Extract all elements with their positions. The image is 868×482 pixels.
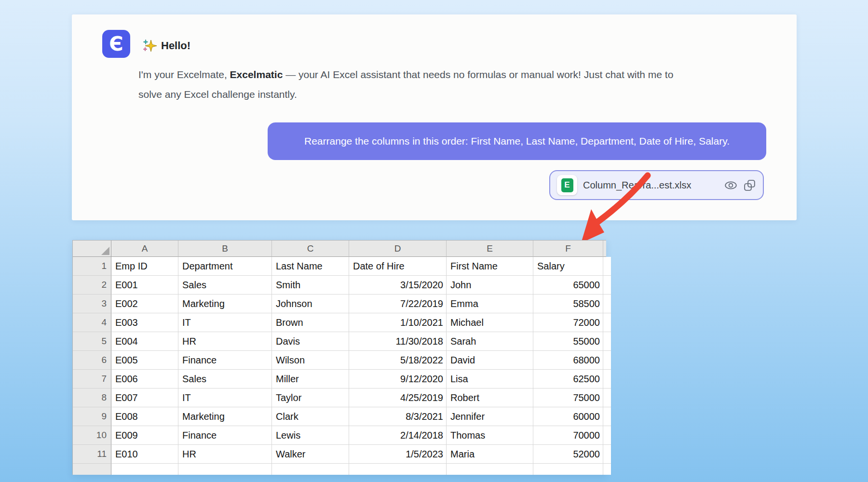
data-cell[interactable]: 68000 xyxy=(533,351,603,370)
data-cell[interactable]: Davis xyxy=(272,332,349,351)
intro-line2: solve any Excel challenge instantly. xyxy=(138,89,297,100)
data-cell[interactable]: Lisa xyxy=(447,370,533,388)
attachment-filename: Column_Rearra...est.xlsx xyxy=(583,180,719,191)
column-header-B[interactable]: B xyxy=(178,241,272,257)
preview-eye-icon[interactable] xyxy=(724,179,737,192)
header-cell[interactable]: Emp ID xyxy=(111,257,178,276)
data-cell[interactable]: E001 xyxy=(111,276,178,295)
data-cell[interactable]: 5/18/2022 xyxy=(349,351,447,370)
row-header[interactable]: 11 xyxy=(73,445,111,464)
data-cell[interactable]: Taylor xyxy=(272,388,349,407)
column-header-D[interactable]: D xyxy=(349,241,447,257)
data-cell[interactable]: Marketing xyxy=(178,295,272,313)
data-cell[interactable]: Wilson xyxy=(272,351,349,370)
data-cell[interactable]: Emma xyxy=(447,295,533,313)
spill-cell xyxy=(603,407,611,426)
header-cell[interactable]: Date of Hire xyxy=(349,257,447,276)
data-cell[interactable]: 3/15/2020 xyxy=(349,276,447,295)
data-cell[interactable]: 58500 xyxy=(533,295,603,313)
data-cell[interactable]: E003 xyxy=(111,313,178,332)
data-cell[interactable]: E007 xyxy=(111,388,178,407)
data-cell[interactable]: Finance xyxy=(178,351,272,370)
column-header-E[interactable]: E xyxy=(447,241,533,257)
data-cell[interactable] xyxy=(349,464,447,475)
header-cell[interactable]: First Name xyxy=(447,257,533,276)
data-cell[interactable]: 65000 xyxy=(533,276,603,295)
data-cell[interactable]: HR xyxy=(178,445,272,464)
data-cell[interactable] xyxy=(272,464,349,475)
row-header[interactable]: 6 xyxy=(73,351,111,370)
column-header-F[interactable]: F xyxy=(533,241,603,257)
header-cell[interactable]: Last Name xyxy=(272,257,349,276)
data-cell[interactable]: 1/10/2021 xyxy=(349,313,447,332)
data-cell[interactable]: Maria xyxy=(447,445,533,464)
data-cell[interactable]: 8/3/2021 xyxy=(349,407,447,426)
data-cell[interactable]: E010 xyxy=(111,445,178,464)
header-cell[interactable]: Department xyxy=(178,257,272,276)
row-header[interactable]: 7 xyxy=(73,370,111,388)
data-cell[interactable]: Miller xyxy=(272,370,349,388)
copy-icon[interactable] xyxy=(743,179,756,192)
data-cell[interactable]: Walker xyxy=(272,445,349,464)
data-cell[interactable] xyxy=(178,464,272,475)
data-cell[interactable]: 4/25/2019 xyxy=(349,388,447,407)
data-cell[interactable]: 1/5/2023 xyxy=(349,445,447,464)
attachment-chip[interactable]: E Column_Rearra...est.xlsx xyxy=(549,170,764,200)
data-cell[interactable]: 52000 xyxy=(533,445,603,464)
spreadsheet: ABCDEF1Emp IDDepartmentLast NameDate of … xyxy=(72,240,606,475)
data-cell[interactable]: E002 xyxy=(111,295,178,313)
data-cell[interactable]: Thomas xyxy=(447,426,533,445)
data-cell[interactable]: Michael xyxy=(447,313,533,332)
data-cell[interactable]: IT xyxy=(178,388,272,407)
data-cell[interactable]: 62500 xyxy=(533,370,603,388)
row-header[interactable]: 4 xyxy=(73,313,111,332)
data-cell[interactable]: E006 xyxy=(111,370,178,388)
data-cell[interactable]: Marketing xyxy=(178,407,272,426)
row-header[interactable]: 3 xyxy=(73,295,111,313)
data-cell[interactable]: 60000 xyxy=(533,407,603,426)
data-cell[interactable]: Clark xyxy=(272,407,349,426)
row-header[interactable]: 1 xyxy=(73,257,111,276)
data-cell[interactable]: Brown xyxy=(272,313,349,332)
data-cell[interactable]: Robert xyxy=(447,388,533,407)
row-header[interactable]: 9 xyxy=(73,407,111,426)
data-cell[interactable]: 75000 xyxy=(533,388,603,407)
data-cell[interactable]: E009 xyxy=(111,426,178,445)
data-cell[interactable] xyxy=(533,464,603,475)
data-cell[interactable]: 70000 xyxy=(533,426,603,445)
data-cell[interactable]: 7/22/2019 xyxy=(349,295,447,313)
data-cell[interactable]: Smith xyxy=(272,276,349,295)
data-cell[interactable]: David xyxy=(447,351,533,370)
data-cell[interactable]: 72000 xyxy=(533,313,603,332)
data-cell[interactable]: Sarah xyxy=(447,332,533,351)
data-cell[interactable]: Johnson xyxy=(272,295,349,313)
row-header[interactable]: 2 xyxy=(73,276,111,295)
row-header[interactable]: 5 xyxy=(73,332,111,351)
data-cell[interactable]: Sales xyxy=(178,370,272,388)
data-cell[interactable]: 11/30/2018 xyxy=(349,332,447,351)
data-cell[interactable]: E008 xyxy=(111,407,178,426)
data-cell[interactable]: IT xyxy=(178,313,272,332)
data-cell[interactable]: Sales xyxy=(178,276,272,295)
data-cell[interactable]: E004 xyxy=(111,332,178,351)
data-cell[interactable]: Jennifer xyxy=(447,407,533,426)
data-cell[interactable] xyxy=(111,464,178,475)
header-cell[interactable]: Salary xyxy=(533,257,603,276)
column-header-C[interactable]: C xyxy=(272,241,349,257)
greeting-row: Hello! xyxy=(142,39,190,53)
data-cell[interactable]: E005 xyxy=(111,351,178,370)
data-cell[interactable]: HR xyxy=(178,332,272,351)
data-cell[interactable]: Finance xyxy=(178,426,272,445)
spill-cell xyxy=(603,426,611,445)
row-header[interactable]: 8 xyxy=(73,388,111,407)
intro-line1-post: — your AI Excel assistant that needs no … xyxy=(283,69,673,80)
column-header-A[interactable]: A xyxy=(111,241,178,257)
data-cell[interactable]: Lewis xyxy=(272,426,349,445)
data-cell[interactable]: John xyxy=(447,276,533,295)
data-cell[interactable] xyxy=(447,464,533,475)
select-all-corner[interactable] xyxy=(73,241,111,257)
data-cell[interactable]: 2/14/2018 xyxy=(349,426,447,445)
data-cell[interactable]: 9/12/2020 xyxy=(349,370,447,388)
data-cell[interactable]: 55000 xyxy=(533,332,603,351)
row-header[interactable]: 10 xyxy=(73,426,111,445)
